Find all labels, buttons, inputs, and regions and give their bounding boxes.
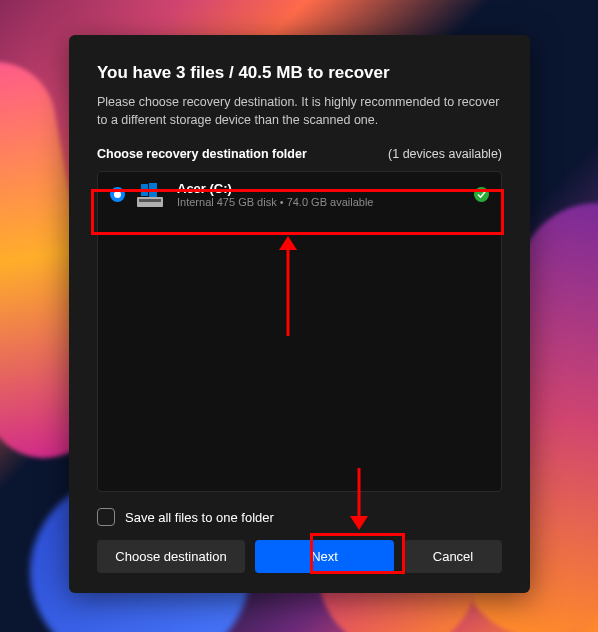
choose-destination-button[interactable]: Choose destination	[97, 540, 245, 573]
disk-icon	[137, 183, 165, 207]
radio-selected-icon[interactable]	[110, 187, 125, 202]
checkmark-icon	[474, 187, 489, 202]
svg-rect-0	[141, 184, 148, 190]
cancel-button[interactable]: Cancel	[404, 540, 502, 573]
drive-details: Internal 475 GB disk • 74.0 GB available	[177, 196, 462, 208]
devices-available: (1 devices available)	[388, 147, 502, 161]
svg-rect-3	[149, 190, 157, 197]
section-label: Choose recovery destination folder	[97, 147, 307, 161]
save-all-checkbox[interactable]	[97, 508, 115, 526]
dialog-title: You have 3 files / 40.5 MB to recover	[97, 63, 502, 83]
drive-row-acer-c[interactable]: Acer (C:) Internal 475 GB disk • 74.0 GB…	[98, 172, 501, 217]
recovery-destination-dialog: You have 3 files / 40.5 MB to recover Pl…	[69, 35, 530, 593]
save-all-label: Save all files to one folder	[125, 510, 274, 525]
svg-rect-1	[149, 183, 157, 190]
destination-list: Acer (C:) Internal 475 GB disk • 74.0 GB…	[97, 171, 502, 492]
next-button[interactable]: Next	[255, 540, 394, 573]
dialog-subtitle: Please choose recovery destination. It i…	[97, 93, 502, 129]
svg-rect-2	[141, 190, 148, 196]
drive-name: Acer (C:)	[177, 181, 462, 196]
